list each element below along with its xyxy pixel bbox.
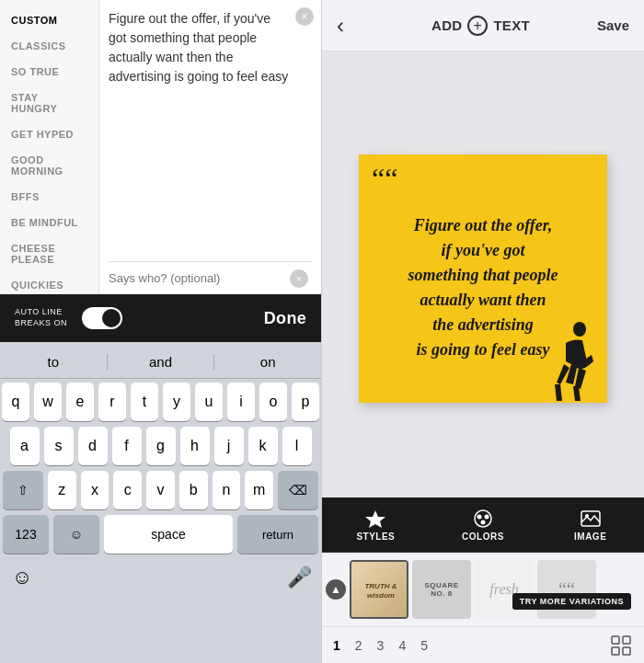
right-panel: ‹ ADD + TEXT Save ““ Figure out the offe… — [322, 0, 644, 663]
key-a[interactable]: a — [10, 427, 40, 465]
category-item-classics[interactable]: CLASSICS — [0, 33, 98, 59]
keyboard-bottom-row: ☺ 🎤 — [0, 557, 321, 598]
done-button[interactable]: Done — [264, 309, 306, 328]
page-num-4[interactable]: 4 — [398, 638, 406, 653]
toggle-knob — [102, 309, 121, 327]
key-m[interactable]: m — [245, 471, 273, 509]
auto-line-group: AUTO LINE BREAKS ON — [15, 307, 122, 329]
key-k[interactable]: k — [248, 427, 278, 465]
variation-up-chevron[interactable]: ▲ — [326, 579, 346, 600]
key-r[interactable]: r — [98, 383, 126, 421]
tab-image-label: IMAGE — [574, 532, 606, 542]
key-e[interactable]: e — [66, 383, 94, 421]
key-s[interactable]: s — [44, 427, 74, 465]
key-row-bottom: 123☺spacereturn — [3, 515, 318, 554]
key-p[interactable]: p — [292, 383, 319, 421]
page-numbers: 12345 — [322, 626, 644, 663]
key-c[interactable]: c — [113, 471, 142, 509]
tab-colors[interactable]: COLORS — [430, 509, 537, 542]
key-f[interactable]: f — [112, 427, 142, 465]
key-l[interactable]: l — [282, 427, 312, 465]
suggestion-and[interactable]: and — [108, 354, 215, 370]
close-button[interactable]: × — [295, 7, 314, 26]
auto-line-toggle[interactable] — [82, 307, 122, 329]
variation-thumb-4[interactable]: ““ — [537, 560, 596, 619]
page-num-1[interactable]: 1 — [333, 638, 340, 653]
category-item-get-hyped[interactable]: GET HYPED — [0, 121, 98, 147]
tab-image[interactable]: IMAGE — [536, 509, 644, 542]
svg-rect-11 — [623, 647, 630, 655]
emoji-button[interactable]: ☺ — [6, 561, 39, 594]
key-h[interactable]: h — [180, 427, 210, 465]
key-j[interactable]: j — [214, 427, 244, 465]
left-panel: CUSTOMCLASSICSSO TRUESTAY HUNGRYGET HYPE… — [0, 0, 322, 663]
text-label: TEXT — [493, 17, 530, 33]
category-item-so-true[interactable]: SO TRUE — [0, 59, 98, 85]
key-x[interactable]: x — [81, 471, 109, 509]
quote-textarea[interactable] — [109, 9, 312, 261]
key-v[interactable]: v — [146, 471, 175, 509]
suggestion-to[interactable]: to — [0, 354, 108, 370]
mic-button[interactable]: 🎤 — [282, 561, 316, 594]
svg-point-0 — [573, 322, 586, 337]
back-button[interactable]: ‹ — [337, 13, 364, 39]
plus-icon: + — [474, 18, 483, 33]
key-u[interactable]: u — [195, 383, 223, 421]
space-key[interactable]: space — [104, 515, 233, 554]
key-w[interactable]: w — [34, 383, 62, 421]
key-o[interactable]: o — [259, 383, 287, 421]
svg-point-3 — [477, 514, 482, 519]
variation-thumb-3[interactable]: fresh — [475, 560, 534, 619]
tab-styles-label: STYLES — [356, 532, 395, 542]
category-item-good-morning[interactable]: GOOD MORNING — [0, 147, 98, 184]
category-item-quickies[interactable]: QUICKIES — [0, 272, 98, 298]
svg-marker-1 — [365, 510, 385, 528]
key-y[interactable]: y — [163, 383, 190, 421]
page-num-5[interactable]: 5 — [420, 638, 428, 653]
auto-line-label: AUTO LINE BREAKS ON — [15, 307, 67, 328]
category-item-cheese-please[interactable]: CHEESE PLEASE — [0, 235, 98, 272]
delete-key[interactable]: ⌫ — [278, 471, 318, 509]
key-g[interactable]: g — [146, 427, 176, 465]
suggestion-on[interactable]: on — [214, 354, 321, 370]
category-item-bffs[interactable]: BFFS — [0, 184, 98, 210]
page-num-3[interactable]: 3 — [377, 638, 385, 653]
variation-thumb-1[interactable]: TRUTH &wisdom — [350, 560, 408, 619]
key-row-2: asdfghjkl — [3, 427, 318, 465]
quote-card: ““ Figure out the offer, if you've got s… — [359, 154, 607, 403]
variation-thumb-2[interactable]: SQUARENO. 8 — [412, 560, 471, 619]
tab-colors-label: COLORS — [462, 532, 504, 542]
attribution-row: × — [109, 261, 312, 294]
key-row-3: ⇧zxcvbnm⌫ — [3, 471, 318, 509]
key-q[interactable]: q — [2, 383, 29, 421]
attribution-input[interactable] — [109, 262, 312, 294]
numbers-key[interactable]: 123 — [3, 515, 49, 554]
svg-point-5 — [481, 520, 486, 524]
grid-icon[interactable] — [609, 634, 633, 657]
quote-mark-icon: ““ — [372, 164, 397, 193]
key-n[interactable]: n — [213, 471, 241, 509]
category-item-be-mindful[interactable]: BE MINDFUL — [0, 210, 98, 235]
bottom-tabs: STYLES COLORS IMAGE — [322, 497, 644, 553]
attribution-close-button[interactable]: × — [290, 269, 308, 288]
page-num-2[interactable]: 2 — [355, 638, 362, 653]
key-t[interactable]: t — [131, 383, 158, 421]
try-more-badge[interactable]: TRY MORE VARIATIONS — [512, 593, 631, 610]
emoji-keyboard-key[interactable]: ☺ — [53, 515, 99, 554]
svg-rect-10 — [612, 647, 619, 655]
tab-styles[interactable]: STYLES — [322, 509, 430, 542]
key-i[interactable]: i — [227, 383, 255, 421]
return-key[interactable]: return — [237, 515, 318, 554]
key-z[interactable]: z — [48, 471, 76, 509]
keyboard-rows: qwertyuiop asdfghjkl ⇧zxcvbnm⌫ 123☺space… — [0, 379, 321, 557]
key-d[interactable]: d — [78, 427, 108, 465]
category-item-custom[interactable]: CUSTOM — [0, 7, 98, 33]
key-b[interactable]: b — [179, 471, 208, 509]
add-text-area: ADD + TEXT — [431, 16, 530, 36]
styles-icon — [365, 509, 385, 529]
svg-rect-8 — [612, 636, 619, 644]
add-label: ADD — [431, 17, 462, 33]
save-button[interactable]: Save — [597, 17, 629, 33]
category-item-stay-hungry[interactable]: STAY HUNGRY — [0, 85, 98, 121]
shift-key[interactable]: ⇧ — [3, 471, 43, 509]
